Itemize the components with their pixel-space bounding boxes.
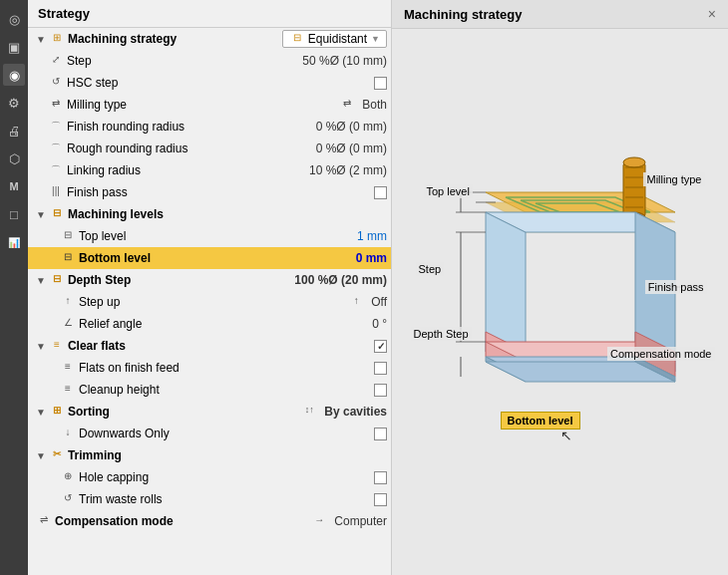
levels-chevron: ▼ (36, 209, 46, 220)
cursor-icon: ↖ (560, 428, 572, 443)
downwards-label: Downwards Only (79, 427, 374, 440)
depth-step-diagram-label: Depth Step (411, 327, 472, 341)
compensation-label: Compensation mode (55, 514, 311, 528)
top-level-diagram-label: Top level (424, 184, 473, 198)
flats-chevron: ▼ (36, 341, 46, 352)
hole-checkbox[interactable] (374, 471, 387, 484)
bottom-level-icon: ⊟ (60, 251, 76, 265)
compensation-value: Computer (334, 514, 387, 528)
cleanup-height-row[interactable]: ≡ Cleanup height (28, 379, 391, 401)
waste-checkbox[interactable] (374, 493, 387, 506)
finish-rounding-label: Finish rounding radius (67, 120, 312, 134)
finish-rounding-value: 0 %Ø (0 mm) (316, 120, 387, 134)
sorting-row[interactable]: ▼ ⊞ Sorting ↕↑ By cavities (28, 401, 391, 423)
sorting-value: By cavities (324, 405, 387, 419)
hole-label: Hole capping (79, 470, 374, 484)
bottom-level-label: Bottom level (79, 251, 352, 265)
trim-icon: ✂ (49, 448, 65, 462)
sidebar-icon-6[interactable]: ⬡ (3, 147, 25, 169)
cleanup-checkbox[interactable] (374, 384, 387, 397)
compensation-row[interactable]: ⇌ Compensation mode → Computer (28, 510, 391, 532)
stepup-icon: ↑ (60, 295, 76, 309)
depth-step-row[interactable]: ▼ ⊟ Depth Step 100 %Ø (20 mm) (28, 269, 391, 291)
sidebar-icon-4[interactable]: ⚙ (3, 92, 25, 114)
milling-type-row[interactable]: ⇄ Milling type ⇄ Both (28, 94, 391, 116)
trimming-label: Trimming (68, 448, 387, 462)
step-up-row[interactable]: ↑ Step up ↑ Off (28, 291, 391, 313)
sort-val-icon: ↕↑ (301, 405, 317, 419)
hsc-checkbox[interactable] (374, 77, 387, 90)
panel-title: Strategy (28, 0, 391, 28)
bottom-level-row[interactable]: ⊟ Bottom level 0 mm (28, 247, 391, 269)
step-up-label: Step up (79, 295, 348, 309)
sidebar-icon-3[interactable]: ◉ (3, 64, 25, 86)
finish-pass-label: Finish pass (67, 185, 374, 199)
svg-rect-6 (623, 162, 645, 217)
finish-radius-icon: ⌒ (48, 120, 64, 134)
finish-pass-icon: ||| (48, 185, 64, 199)
hole-capping-row[interactable]: ⊕ Hole capping (28, 466, 391, 488)
top-level-icon: ⊟ (60, 229, 76, 243)
downwards-checkbox[interactable] (374, 428, 387, 440)
depth-chevron: ▼ (36, 275, 46, 286)
milling-value: Both (362, 98, 387, 112)
tree-area: ▼ ⊞ Machining strategy ⊟ Equidistant ▼ ⤢… (28, 28, 391, 575)
trimming-row[interactable]: ▼ ✂ Trimming (28, 444, 391, 466)
step-diagram-label: Step (416, 262, 445, 276)
clear-flats-row[interactable]: ▼ ≡ Clear flats (28, 335, 391, 357)
step-row[interactable]: ⤢ Step 50 %Ø (10 mm) (28, 50, 391, 72)
sidebar-icon-5[interactable]: 🖨 (3, 120, 25, 142)
close-button[interactable]: × (708, 6, 716, 22)
finish-pass-row[interactable]: ||| Finish pass (28, 181, 391, 203)
comp-val-icon: → (311, 514, 327, 528)
flat-feed-icon: ≡ (60, 361, 76, 375)
relief-value: 0 ° (372, 317, 387, 331)
sort-chevron: ▼ (36, 407, 46, 418)
sidebar-icon-2[interactable]: ▣ (3, 36, 25, 58)
dropdown-arrow-icon: ▼ (371, 34, 380, 44)
waste-label: Trim waste rolls (79, 492, 374, 506)
finish-rounding-row[interactable]: ⌒ Finish rounding radius 0 %Ø (0 mm) (28, 116, 391, 138)
comp-icon: ⇌ (36, 514, 52, 528)
hsc-step-row[interactable]: ↺ HSC step (28, 72, 391, 94)
clear-flats-label: Clear flats (68, 339, 374, 353)
downwards-row[interactable]: ↓ Downwards Only (28, 423, 391, 444)
sidebar: ◎ ▣ ◉ ⚙ 🖨 ⬡ M □ 📊 (0, 0, 28, 575)
diagram-area: Top level Milling type Step Finish pass … (392, 29, 728, 575)
linking-radius-row[interactable]: ⌒ Linking radius 10 %Ø (2 mm) (28, 159, 391, 181)
flats-icon: ≡ (49, 339, 65, 353)
depth-value: 100 %Ø (20 mm) (294, 273, 387, 287)
finish-pass-diagram-label: Finish pass (645, 280, 707, 294)
levels-icon: ⊟ (49, 207, 65, 221)
flats-feed-checkbox[interactable] (374, 362, 387, 375)
bottom-level-value: 0 mm (356, 251, 387, 265)
top-level-row[interactable]: ⊟ Top level 1 mm (28, 225, 391, 247)
machining-levels-row[interactable]: ▼ ⊟ Machining levels (28, 203, 391, 225)
sidebar-icon-9[interactable]: 📊 (3, 231, 25, 253)
sidebar-icon-1[interactable]: ◎ (3, 8, 25, 30)
flats-feed-row[interactable]: ≡ Flats on finish feed (28, 357, 391, 379)
strategy-dropdown[interactable]: ⊟ Equidistant ▼ (282, 30, 387, 48)
machining-strategy-row[interactable]: ▼ ⊞ Machining strategy ⊟ Equidistant ▼ (28, 28, 391, 50)
trim-chevron: ▼ (36, 450, 46, 461)
compensation-diagram-label: Compensation mode (607, 347, 715, 361)
milling-label: Milling type (67, 98, 339, 112)
trim-waste-row[interactable]: ↺ Trim waste rolls (28, 488, 391, 510)
top-level-value: 1 mm (357, 229, 387, 243)
sidebar-icon-7[interactable]: M (3, 175, 25, 197)
rough-rounding-value: 0 %Ø (0 mm) (316, 142, 387, 155)
hsc-label: HSC step (67, 76, 374, 90)
machining-levels-label: Machining levels (68, 207, 387, 221)
info-panel: Machining strategy × (392, 0, 728, 575)
finish-pass-checkbox[interactable] (374, 186, 387, 199)
step-label: Step (67, 54, 298, 68)
clear-flats-checkbox[interactable] (374, 340, 387, 353)
step-up-value: Off (371, 295, 387, 309)
sidebar-icon-8[interactable]: □ (3, 203, 25, 225)
cleanup-icon: ≡ (60, 383, 76, 397)
depth-icon: ⊟ (49, 273, 65, 287)
relief-angle-row[interactable]: ∠ Relief angle 0 ° (28, 313, 391, 335)
rough-rounding-row[interactable]: ⌒ Rough rounding radius 0 %Ø (0 mm) (28, 138, 391, 159)
svg-point-7 (623, 157, 645, 167)
info-title: Machining strategy (404, 7, 522, 22)
